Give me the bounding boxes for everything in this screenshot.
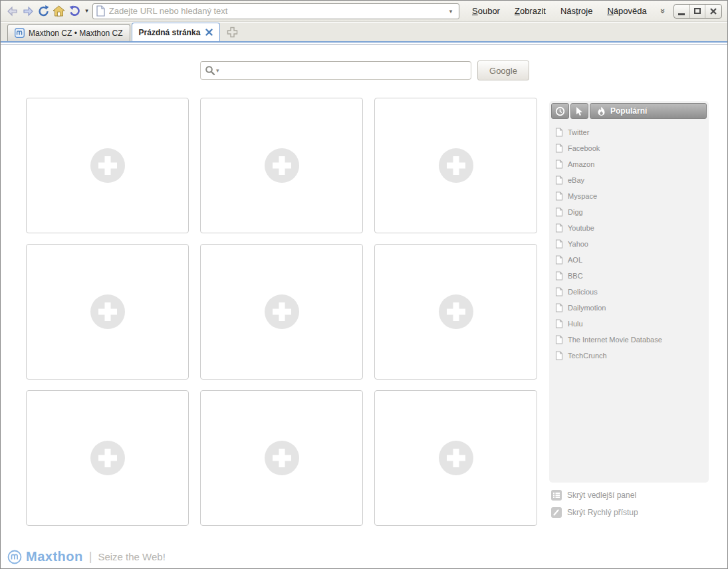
site-list-item[interactable]: The Internet Movie Database [551,332,707,348]
quick-access-tile[interactable] [374,390,537,526]
add-site-plus-icon[interactable] [90,148,125,183]
site-name: Youtube [568,224,594,232]
site-name: BBC [568,272,583,280]
forward-button[interactable] [21,4,35,19]
menu-zobrazit[interactable]: Zobrazit [509,3,552,19]
site-list-item[interactable]: Delicious [551,284,707,300]
sidebar-list-icon [551,490,562,501]
site-list-item[interactable]: AOL [551,252,707,268]
home-icon [53,5,65,17]
add-site-plus-icon[interactable] [90,294,125,329]
undo-button[interactable] [67,4,82,19]
back-arrow-icon [7,6,19,17]
search-box[interactable]: ▾ [200,61,471,80]
site-name: Hulu [568,320,583,328]
footer-branding: Maxthon | Seize the Web! [7,549,166,564]
quick-access-tile[interactable] [200,390,363,526]
add-site-plus-icon[interactable] [439,441,473,475]
clock-icon [555,106,565,116]
toolbar-overflow-chevron-icon[interactable]: » [658,9,668,13]
site-list-item[interactable]: Amazon [551,156,707,172]
close-icon [710,8,717,15]
site-list-item[interactable]: eBay [551,172,707,188]
popular-tab-label: Populární [610,106,647,116]
quick-access-tile[interactable] [200,98,363,233]
page-icon [555,128,563,137]
add-site-plus-icon[interactable] [439,294,473,329]
site-list-item[interactable]: Digg [551,204,707,220]
quick-access-tile[interactable] [374,98,537,233]
back-button[interactable] [6,4,19,19]
quick-access-tile[interactable] [200,244,363,380]
add-site-plus-icon[interactable] [265,148,299,183]
hide-sidebar-link[interactable]: Skrýt vedlejší panel [551,489,638,502]
site-list-item[interactable]: TechCrunch [551,348,707,364]
site-name: TechCrunch [568,352,607,360]
site-list-item[interactable]: Dailymotion [551,300,707,316]
site-list-item[interactable]: Facebook [551,140,707,156]
tab-prazdna-stranka[interactable]: Prázdná stránka [132,23,221,41]
address-bar[interactable]: ▾ [92,3,459,19]
maximize-button[interactable] [690,5,706,18]
minimize-button[interactable] [674,5,690,18]
google-search-button[interactable]: Google [477,60,529,80]
add-site-plus-icon[interactable] [90,441,125,475]
quick-access-tile[interactable] [374,244,537,380]
quick-access-grid [26,98,538,526]
home-button[interactable] [52,4,65,19]
menu-nastroje[interactable]: Nástroje [554,3,598,19]
page-icon [555,255,563,265]
page-icon [96,5,106,17]
hide-quick-access-link[interactable]: Skrýt Rychlý přístup [551,506,638,519]
site-list-item[interactable]: Twitter [551,124,707,140]
popular-tab-button[interactable]: Populární [590,103,707,119]
new-tab-plus-icon [227,27,238,38]
new-tab-button[interactable] [227,27,238,38]
quick-access-tile[interactable] [26,390,189,526]
menu-napoveda[interactable]: Nápověda [601,3,652,19]
page-icon [555,239,563,249]
page-icon [555,207,563,217]
page-icon [555,351,563,360]
cursor-icon [575,106,584,116]
page-icon [555,160,563,169]
main-toolbar: ▾ ▾ Soubor Zobrazit Nástroje Nápověda » [1,1,727,22]
page-icon [555,271,563,281]
footer-separator: | [89,550,92,564]
close-button[interactable] [705,5,721,18]
undo-caret-icon[interactable]: ▾ [85,8,88,14]
tab-maxthon-cz[interactable]: Maxthon CZ • Maxthon CZ [7,24,130,41]
forward-arrow-icon [22,6,34,17]
maximize-icon [694,8,701,14]
menu-soubor[interactable]: Soubor [466,3,506,19]
quick-access-tile[interactable] [26,98,189,233]
url-dropdown-icon[interactable]: ▾ [445,8,456,15]
cursor-tab-button[interactable] [570,103,588,119]
site-name: Yahoo [568,240,588,248]
quick-access-tile[interactable] [26,244,189,380]
page-content: ▾ Google [1,44,727,568]
search-engine-dropdown-icon[interactable]: ▾ [216,67,219,74]
add-site-plus-icon[interactable] [265,294,299,329]
add-site-plus-icon[interactable] [265,441,299,475]
refresh-button[interactable] [37,4,50,19]
url-input[interactable] [109,6,445,16]
history-tab-button[interactable] [551,103,569,119]
site-name: Facebook [568,144,600,152]
search-input[interactable] [222,66,467,76]
site-list-item[interactable]: Myspace [551,188,707,204]
maxthon-logo-icon [7,550,22,564]
maxthon-favicon-icon [15,28,25,38]
site-list-item[interactable]: BBC [551,268,707,284]
tab-title: Prázdná stránka [139,28,201,37]
site-list-item[interactable]: Youtube [551,220,707,236]
minimize-icon [678,13,685,15]
tab-close-icon[interactable] [205,29,213,36]
site-list-item[interactable]: Hulu [551,316,707,332]
add-site-plus-icon[interactable] [439,148,473,183]
site-name: Delicious [568,288,598,296]
site-name: Myspace [568,192,597,200]
site-list-item[interactable]: Yahoo [551,236,707,252]
undo-dropdown[interactable]: ▾ [67,4,88,19]
brand-name: Maxthon [26,549,83,564]
